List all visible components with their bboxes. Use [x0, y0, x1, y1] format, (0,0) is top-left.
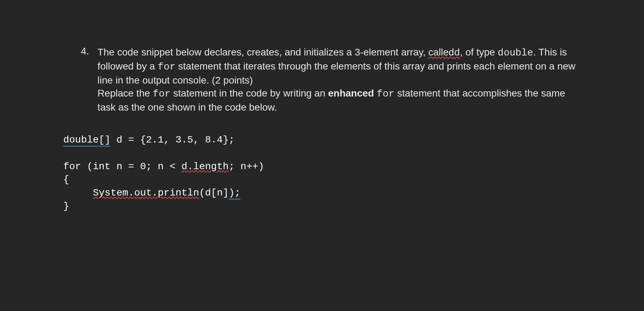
text-enhanced-bold: enhanced: [328, 88, 374, 99]
code-println: System.out.println: [93, 187, 199, 198]
code-block: double[] d = {2.1, 3.5, 8.4}; for (int n…: [63, 133, 581, 213]
code-brace: }: [63, 201, 69, 212]
text-for-keyword: for: [158, 61, 175, 72]
text-segment: statement in the code by writing an: [170, 88, 328, 99]
text-segment: [374, 88, 377, 99]
code-semi: );: [228, 187, 240, 200]
text-segment: , of type: [460, 47, 497, 58]
question-container: 4. The code snippet below declares, crea…: [63, 46, 581, 114]
code-text: (d[n]: [199, 187, 228, 198]
question-text: The code snippet below declares, creates…: [97, 46, 581, 114]
text-segment: Replace the: [97, 88, 153, 99]
code-indent: [63, 187, 93, 198]
text-for-keyword: for: [153, 88, 170, 99]
code-brace: {: [63, 174, 69, 185]
text-d-var: d: [454, 47, 460, 58]
text-segment: The code snippet below declares, creates…: [97, 47, 428, 58]
text-double-keyword: double: [498, 47, 533, 58]
text-called-squiggle: called: [428, 47, 454, 58]
code-text: ; n++): [228, 161, 264, 172]
question-number: 4.: [81, 46, 89, 114]
text-for-keyword: for: [377, 88, 394, 99]
code-text: d = {2.1, 3.5, 8.4};: [110, 134, 234, 145]
code-dlength: d.length: [181, 161, 228, 172]
code-text: for (int n = 0; n <: [63, 161, 181, 172]
code-double-decl: double[]: [63, 134, 110, 147]
